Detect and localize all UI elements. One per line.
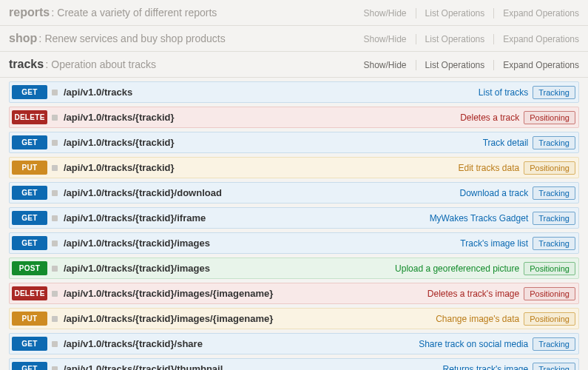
method-badge: GET [12,236,47,250]
section-ops: Show/HideList OperationsExpand Operation… [364,60,579,70]
endpoint-tag[interactable]: Tracking [533,237,575,250]
endpoint-tag[interactable]: Positioning [524,161,575,175]
endpoint-summary: Upload a georeferenced picture [395,263,519,274]
method-badge: PUT [12,161,47,175]
showhide-link[interactable]: Show/Hide [364,34,416,44]
endpoint-summary: Track's image list [460,238,528,249]
method-badge: GET [12,186,47,200]
section-desc: Operation about tracks [51,58,156,70]
endpoint-row[interactable]: DELETE/api/v1.0/tracks/{trackid}Deletes … [9,107,579,128]
endpoint-path: /api/v1.0/tracks/{trackid}/iframe [64,212,206,223]
endpoint-row[interactable]: PUT/api/v1.0/tracks/{trackid}/images/{im… [9,308,579,329]
expand-ops-link[interactable]: Expand Operations [503,8,579,18]
expand-ops-link[interactable]: Expand Operations [503,60,579,70]
colon: : [51,6,54,18]
endpoint-row[interactable]: GET/api/v1.0/tracks/{trackid}Track detai… [9,132,579,153]
list-ops-link[interactable]: List Operations [425,8,495,18]
bullet-icon [52,190,58,196]
section-ops: Show/HideList OperationsExpand Operation… [364,34,579,44]
endpoint-row[interactable]: GET/api/v1.0/tracks/{trackid}/shareShare… [9,333,579,354]
section-ops: Show/HideList OperationsExpand Operation… [364,8,579,18]
method-badge: DELETE [12,286,47,300]
method-badge: POST [12,261,47,275]
endpoint-path: /api/v1.0/tracks/{trackid}/share [64,338,203,349]
bullet-icon [52,316,58,322]
list-ops-link[interactable]: List Operations [425,60,495,70]
method-badge: GET [12,337,47,351]
endpoint-summary: Change image's data [436,314,519,324]
endpoint-tag[interactable]: Tracking [533,363,575,371]
expand-ops-link[interactable]: Expand Operations [503,34,579,44]
endpoint-path: /api/v1.0/tracks/{trackid}/images [64,238,210,249]
endpoint-tag[interactable]: Tracking [533,212,575,225]
section-shop[interactable]: shop : Renew services and buy shop produ… [0,26,588,52]
endpoint-tag[interactable]: Tracking [533,136,575,149]
endpoint-path: /api/v1.0/tracks/{trackid} [64,112,175,123]
endpoint-tag[interactable]: Tracking [533,337,575,351]
showhide-link[interactable]: Show/Hide [364,60,416,70]
endpoint-row[interactable]: PUT/api/v1.0/tracks/{trackid}Edit tracks… [9,157,579,178]
endpoint-path: /api/v1.0/tracks/{trackid} [64,162,175,173]
section-tracks[interactable]: tracks : Operation about tracksShow/Hide… [0,52,588,78]
bullet-icon [52,90,58,95]
endpoint-path: /api/v1.0/tracks/{trackid}/images/{image… [64,313,273,324]
showhide-link[interactable]: Show/Hide [364,8,416,18]
endpoint-row[interactable]: GET/api/v1.0/tracks/{trackid}/downloadDo… [9,182,579,204]
endpoint-tag[interactable]: Positioning [524,111,575,124]
bullet-icon [52,291,58,297]
endpoint-summary: Edit tracks data [458,163,519,173]
endpoint-path: /api/v1.0/tracks [64,87,132,98]
endpoint-summary: Download a track [460,188,529,198]
endpoint-summary: Track detail [483,138,529,148]
bullet-icon [52,366,58,371]
bullet-icon [52,240,58,246]
endpoint-row[interactable]: GET/api/v1.0/tracks/{trackid}/imagesTrac… [9,232,579,254]
endpoint-summary: Deletes a track [460,112,519,123]
method-badge: GET [12,85,47,99]
method-badge: GET [12,211,47,225]
colon: : [38,32,41,44]
colon: : [45,58,48,70]
endpoint-summary: MyWakes Tracks Gadget [430,213,529,223]
endpoint-tag[interactable]: Positioning [524,312,575,326]
endpoint-path: /api/v1.0/tracks/{trackid}/download [64,187,222,198]
endpoints-list: GET/api/v1.0/tracksList of tracksTrackin… [0,78,588,370]
endpoint-tag[interactable]: Positioning [524,262,575,275]
method-badge: PUT [12,312,47,326]
endpoint-path: /api/v1.0/tracks/{trackid}/images [64,263,210,274]
method-badge: DELETE [12,110,47,124]
bullet-icon [52,115,58,121]
endpoint-summary: Share track on social media [419,339,528,349]
endpoint-summary: Deletes a track's image [428,289,519,299]
section-title: tracks [9,58,44,71]
endpoint-tag[interactable]: Positioning [524,287,575,300]
endpoint-path: /api/v1.0/tracks/{trackid}/thumbnail [64,363,223,370]
endpoint-tag[interactable]: Tracking [533,86,575,99]
list-ops-link[interactable]: List Operations [425,34,495,44]
endpoint-row[interactable]: GET/api/v1.0/tracks/{trackid}/thumbnailR… [9,358,579,370]
method-badge: GET [12,135,47,149]
section-title: shop [9,32,37,45]
bullet-icon [52,165,58,171]
bullet-icon [52,140,58,146]
endpoint-tag[interactable]: Tracking [533,186,575,200]
endpoint-row[interactable]: POST/api/v1.0/tracks/{trackid}/imagesUpl… [9,258,579,279]
endpoint-row[interactable]: GET/api/v1.0/tracks/{trackid}/iframeMyWa… [9,207,579,229]
endpoint-row[interactable]: GET/api/v1.0/tracksList of tracksTrackin… [9,81,579,103]
bullet-icon [52,215,58,221]
section-desc: Renew services and buy shop products [44,33,225,44]
bullet-icon [52,266,58,272]
bullet-icon [52,341,58,347]
endpoint-row[interactable]: DELETE/api/v1.0/tracks/{trackid}/images/… [9,283,579,304]
method-badge: GET [12,362,47,370]
endpoint-summary: List of tracks [479,87,528,98]
section-reports[interactable]: reports : Create a variety of different … [0,0,588,26]
section-desc: Create a variety of different reports [57,7,217,18]
endpoint-path: /api/v1.0/tracks/{trackid} [64,137,175,148]
section-title: reports [9,6,50,19]
endpoint-summary: Returns track's image [443,364,529,371]
endpoint-path: /api/v1.0/tracks/{trackid}/images/{image… [64,288,273,299]
